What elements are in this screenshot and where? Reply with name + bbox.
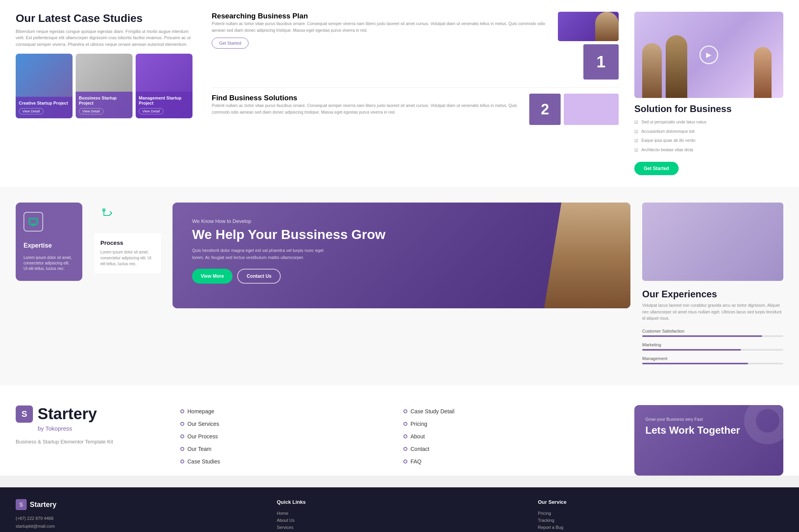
brand-name: Startery [38,405,97,423]
quick-link-home[interactable]: Home [277,510,522,517]
case-studies-heading: Our Latest Case Studies [16,12,196,25]
footer-our-service-col: Our Service Pricing Tracking Report a Bu… [538,499,783,532]
nav-link-our-services[interactable]: Our Services [180,418,396,430]
nav-dot-icon [180,409,184,413]
card-2-title: Bussiness Startup Project [79,96,129,106]
step-1-number: 1 [583,44,619,80]
case-card-3[interactable]: Management Startup Project View Detail [136,54,192,118]
experiences-image [642,203,783,281]
brand-by: by Tokopress [38,425,165,432]
skill-marketing: Marketing [642,342,783,351]
hero-heading: We Help Your Bussiness Grow [192,227,611,242]
middle-section: Expertise Lorem ipsum dolor sit amet, co… [0,187,799,385]
hero-contact-btn[interactable]: Contact Us [237,269,281,284]
footer-quick-links-col: Quick Links Home About Us Services Conta… [277,499,522,532]
nav-link-homepage[interactable]: Homepage [180,405,396,418]
footer-section: S Startery by Tokopress Business & Start… [0,385,799,476]
skill-management: Management [642,356,783,364]
check-icon-4: ☑ [634,147,638,153]
hero-banner: We Know How to Develop We Help Your Buss… [173,203,630,308]
nav-link-label: Homepage [187,408,214,414]
nav-link-our-process[interactable]: Our Process [180,430,396,443]
step-1-heading: Researching Business Plan [212,12,552,20]
nav-dot-icon [403,434,407,438]
nav-link-label: FAQ [410,458,421,465]
card-1-title: Creative Startup Project [19,101,69,106]
solution-get-started-btn[interactable]: Get Started [634,162,679,175]
our-service-list: Pricing Tracking Report a Bug Term of Se… [538,510,783,532]
footer-logo-icon: S [16,499,27,510]
cta-subtitle: Grow your Business very Fast [645,417,772,422]
skill-customer-satisfaction: Customer Satisfaction [642,329,783,337]
service-link-pricing[interactable]: Pricing [538,510,783,517]
cta-bg-circles [744,405,783,444]
footer-logo: S Startery [16,499,261,510]
case-card-2[interactable]: Bussiness Startup Project View Detail [76,54,133,118]
nav-dot-icon [180,447,184,451]
nav-link-contact[interactable]: Contact [403,443,619,455]
footer-logo-text: Startery [30,501,56,509]
card-3-title: Management Startup Project [139,96,189,106]
step-2-desc: Potenti nullam ac tortor vitae purus fau… [212,102,521,116]
nav-link-faq[interactable]: FAQ [403,455,619,468]
people-row [705,203,721,281]
step-1-desc: Potenti nullam ac tortor vitae purus fau… [212,20,552,34]
nav-link-label: Contact [410,446,429,452]
nav-link-label: Case Study Detail [410,408,454,414]
process-card: Process Lorem ipsum dolor sit amet, cons… [94,203,161,273]
brand-logo: S Startery [16,405,165,423]
check-icon-2: ☑ [634,129,638,135]
skill-fill-2 [642,349,741,351]
nav-link-label: Pricing [410,421,427,427]
nav-link-our-team[interactable]: Our Team [180,443,396,455]
expertise-title: Expertise [24,242,74,249]
nav-link-about[interactable]: About [403,430,619,443]
nav-link-label: Our Services [187,421,219,427]
quick-link-about[interactable]: About Us [277,517,522,524]
nav-dot-icon [403,409,407,413]
case-card-1[interactable]: Creative Startup Project View Detail [16,54,73,118]
check-icon-3: ☑ [634,138,638,144]
process-card-inner: Process Lorem ipsum dolor sit amet, cons… [94,233,161,273]
solution-heading: Solution for Business [634,103,783,114]
expertise-desc: Lorem ipsum dolor sit amet, consectetur … [24,255,74,271]
process-icon [97,206,117,225]
process-title: Process [100,239,158,246]
expertise-icon [24,212,43,232]
experiences-heading: Our Experiences [642,289,783,300]
nav-link-case-studies[interactable]: Case Studies [180,455,396,468]
nav-link-case-study-detail[interactable]: Case Study Detail [403,405,619,418]
skill-track-1 [642,335,783,337]
nav-link-pricing[interactable]: Pricing [403,418,619,430]
solution-check-3: ☑ Eaque ipsa quae ab illo verito [634,138,783,144]
step-1: Researching Business Plan Potenti nullam… [212,12,619,80]
quick-links-list: Home About Us Services Contact Us [277,510,522,532]
steps-section: Researching Business Plan Potenti nullam… [204,12,626,175]
our-service-title: Our Service [538,499,783,505]
card-3-view-btn[interactable]: View Detail [139,108,163,114]
nav-link-label: Our Process [187,433,218,440]
nav-dot-icon [403,447,407,451]
hero-view-more-btn[interactable]: View More [192,269,232,284]
skill-label-1: Customer Satisfaction [642,329,783,333]
nav-dot-icon [403,460,407,463]
quick-link-services[interactable]: Services [277,524,522,531]
card-1-view-btn[interactable]: View Detail [19,108,44,114]
skill-label-2: Marketing [642,342,783,347]
nav-dot-icon [180,460,184,463]
service-link-tracking[interactable]: Tracking [538,517,783,524]
service-link-report[interactable]: Report a Bug [538,524,783,531]
solution-check-2: ☑ Accusantium doloremque toti [634,128,783,135]
case-studies-desc: Bibendum neque egestas congue quisque eg… [16,28,196,48]
step-2-number: 2 [529,94,561,125]
nav-dot-icon [403,422,407,426]
solution-section: ▶ Solution for Business ☑ Sed ut perspic… [634,12,783,175]
step-1-btn[interactable]: Get Started [212,38,249,49]
experiences-desc: Volutpat lacus laoreet non curabitur gra… [642,302,783,322]
hero-buttons: View More Contact Us [192,269,611,284]
card-2-view-btn[interactable]: View Detail [79,108,104,114]
skill-fill-1 [642,335,762,337]
step-2: Find Business Solutions Potenti nullam a… [212,94,619,125]
play-button[interactable]: ▶ [699,45,718,64]
top-section: Our Latest Case Studies Bibendum neque e… [0,0,799,187]
